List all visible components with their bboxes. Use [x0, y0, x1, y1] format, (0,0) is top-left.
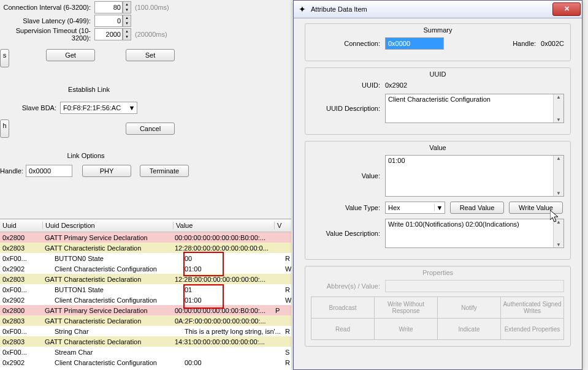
summary-group: Summary Connection: Handle: 0x002C: [305, 23, 571, 61]
property-cell: Write: [374, 318, 438, 340]
uuid-desc-text: Client Characteristic Configuration: [388, 96, 491, 103]
slave-bda-label: Slave BDA:: [13, 104, 60, 111]
handle-value-dlg: 0x002C: [541, 40, 564, 47]
value-group: Value Value: 01:00 ▲▼ Value Type: Hex ▼ …: [305, 141, 571, 260]
terminate-button[interactable]: Terminate: [140, 165, 189, 177]
table-row[interactable]: 0xF00...BUTTON1 State01R: [0, 284, 291, 295]
cell-uuid: 0x2803: [0, 244, 42, 252]
h-button[interactable]: h: [0, 119, 9, 138]
cell-extra: W: [283, 296, 291, 304]
col-value[interactable]: Value: [174, 222, 275, 229]
properties-title: Properties: [407, 269, 468, 276]
cell-uuid: 0x2902: [0, 359, 42, 366]
cell-extra: R: [283, 255, 291, 262]
cell-value: 01:00: [182, 296, 283, 304]
spinner-buttons[interactable]: ▲ ▼: [123, 28, 131, 40]
spinner-down-icon[interactable]: ▼: [123, 7, 131, 13]
supervision-spinner[interactable]: ▲ ▼: [94, 28, 131, 40]
phy-button[interactable]: PHY: [82, 165, 131, 177]
cell-uuid: 0xF00...: [0, 328, 42, 335]
slave-bda-combo[interactable]: F0:F8:F2:1F:56:AC ▼: [60, 102, 137, 114]
table-row[interactable]: 0x2803GATT Characteristic Declaration14:…: [0, 336, 291, 347]
spinner-buttons[interactable]: ▲ ▼: [123, 15, 131, 27]
table-row[interactable]: 0x2800GATT Primary Service Declaration00…: [0, 232, 291, 243]
property-cell: Write Without Response: [374, 296, 438, 319]
cell-uuid: 0x2803: [0, 338, 42, 345]
establish-link-title: Establish Link: [46, 86, 132, 93]
connection-input[interactable]: [385, 37, 444, 50]
table-row[interactable]: 0x2902Client Characteristic Configuratio…: [0, 263, 291, 274]
property-cell: Notify: [437, 296, 501, 319]
property-cell: Indicate: [437, 318, 501, 340]
property-cell: Broadcast: [311, 296, 375, 319]
cell-desc: GATT Characteristic Declaration: [42, 338, 172, 345]
spinner-down-icon[interactable]: ▼: [123, 34, 131, 40]
table-row[interactable]: 0xF00...Stream CharS: [0, 347, 291, 357]
cell-desc: BUTTON1 State: [42, 286, 182, 293]
scroll-down-icon[interactable]: ▼: [554, 117, 563, 123]
conn-interval-spinner[interactable]: ▲ ▼: [94, 1, 131, 13]
write-value-button[interactable]: Write Value: [509, 202, 563, 214]
table-row[interactable]: 0x2800GATT Primary Service Declaration00…: [0, 305, 291, 315]
cell-desc: GATT Characteristic Declaration: [42, 244, 172, 252]
table-row[interactable]: 0x2902Client Characteristic Configuratio…: [0, 295, 291, 305]
slave-latency-spinner[interactable]: ▲ ▼: [94, 15, 131, 27]
col-uuid[interactable]: Uuid: [0, 222, 43, 229]
spinner-down-icon[interactable]: ▼: [123, 21, 131, 26]
supervision-input[interactable]: [94, 28, 123, 40]
cell-uuid: 0x2902: [0, 265, 42, 273]
close-button[interactable]: ✕: [552, 2, 581, 16]
slave-latency-input[interactable]: [94, 15, 123, 27]
value-desc-box[interactable]: Write 01:00(Notifications) 02:00(Indicat…: [385, 219, 564, 248]
value-type-label: Value Type:: [311, 204, 385, 211]
handle-input[interactable]: [26, 165, 72, 177]
table-row[interactable]: 0x2803GATT Characteristic Declaration0A:…: [0, 315, 291, 326]
s-button[interactable]: s: [0, 49, 9, 67]
conn-interval-label: Connection Interval (6-3200):: [0, 4, 94, 11]
table-row[interactable]: 0xF00...BUTTON0 State00R: [0, 253, 291, 263]
spinner-up-icon[interactable]: ▲: [123, 2, 131, 7]
scroll-up-icon[interactable]: ▲: [554, 219, 563, 225]
table-row[interactable]: 0x2902Client Characteristic Configuratio…: [0, 357, 291, 368]
cell-desc: Client Characteristic Configuration: [42, 296, 182, 304]
dialog-titlebar[interactable]: ✦ Attribute Data Item ✕: [294, 1, 582, 18]
value-box[interactable]: 01:00 ▲▼: [385, 155, 564, 197]
spinner-buttons[interactable]: ▲ ▼: [123, 1, 131, 13]
cancel-button[interactable]: Cancel: [126, 123, 175, 135]
table-row[interactable]: 0x2803GATT Characteristic Declaration12:…: [0, 243, 291, 253]
col-desc[interactable]: Uuid Description: [43, 222, 174, 229]
cell-value: This is a pretty long string, isn'...: [182, 328, 283, 335]
read-value-button[interactable]: Read Value: [450, 202, 504, 214]
scroll-up-icon[interactable]: ▲: [554, 156, 563, 161]
set-button[interactable]: Set: [126, 49, 175, 61]
scroll-down-icon[interactable]: ▼: [554, 242, 563, 247]
uuid-desc-box[interactable]: Client Characteristic Configuration ▲▼: [385, 94, 564, 123]
spinner-up-icon[interactable]: ▲: [123, 15, 131, 21]
conn-interval-input[interactable]: [94, 1, 123, 13]
scroll-down-icon[interactable]: ▼: [554, 191, 563, 196]
conn-interval-hint: (100.00ms): [135, 4, 169, 11]
chevron-down-icon[interactable]: ▼: [434, 204, 445, 211]
uuid-value: 0x2902: [385, 81, 564, 89]
get-button[interactable]: Get: [46, 49, 95, 61]
chevron-down-icon[interactable]: ▼: [127, 104, 137, 111]
properties-grid: BroadcastWrite Without ResponseNotifyAut…: [311, 297, 564, 340]
supervision-hint: (20000ms): [135, 31, 167, 38]
property-cell: Read: [311, 318, 375, 340]
uuid-group: UUID UUID: 0x2902 UUID Description: Clie…: [305, 67, 571, 135]
cell-value: 00:00:00:00:00:00:00:B0:00:...: [172, 234, 273, 241]
spinner-up-icon[interactable]: ▲: [123, 29, 131, 34]
grid-body[interactable]: 0x2800GATT Primary Service Declaration00…: [0, 232, 291, 368]
cell-extra: S: [283, 349, 291, 356]
cell-extra: P: [273, 307, 291, 314]
grid-header: Uuid Uuid Description Value V: [0, 219, 291, 232]
scroll-up-icon[interactable]: ▲: [554, 94, 563, 100]
table-row[interactable]: 0xF00...String CharThis is a pretty long…: [0, 326, 291, 336]
col-extra[interactable]: V: [275, 222, 291, 229]
cell-uuid: 0x2800: [0, 234, 42, 241]
value-type-combo[interactable]: Hex ▼: [385, 202, 445, 214]
cell-value: 0A:2F:00:00:00:00:00:00:00:...: [172, 317, 273, 325]
table-row[interactable]: 0x2803GATT Characteristic Declaration12:…: [0, 274, 291, 284]
cell-value: 01:00: [182, 265, 283, 273]
cell-desc: GATT Characteristic Declaration: [42, 276, 172, 283]
